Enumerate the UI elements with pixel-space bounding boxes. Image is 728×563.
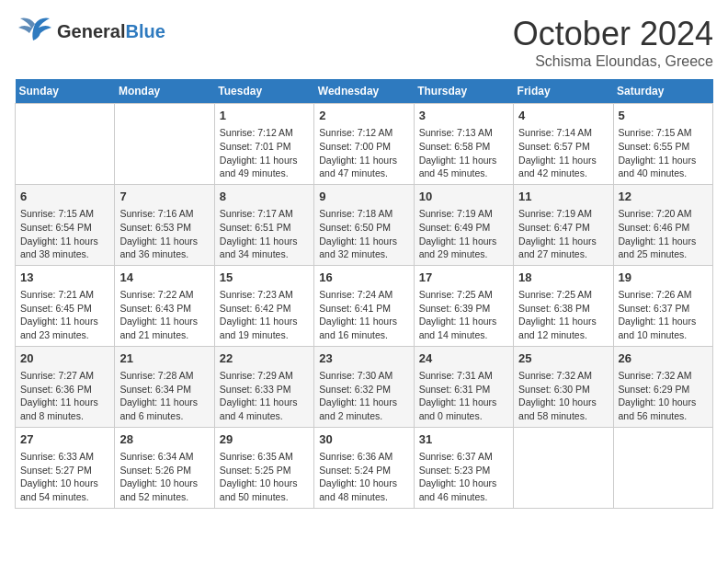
day-number: 22: [220, 350, 309, 367]
day-info: Sunrise: 7:32 AMSunset: 6:30 PMDaylight:…: [518, 369, 608, 423]
day-number: 16: [319, 270, 408, 286]
calendar-day-cell: 19Sunrise: 7:26 AMSunset: 6:37 PMDayligh…: [613, 265, 712, 346]
day-info: Sunrise: 7:23 AMSunset: 6:42 PMDaylight:…: [220, 288, 309, 342]
day-info: Sunrise: 7:14 AMSunset: 6:57 PMDaylight:…: [518, 126, 608, 180]
day-info: Sunrise: 7:17 AMSunset: 6:51 PMDaylight:…: [220, 207, 309, 261]
calendar-day-cell: [613, 427, 712, 508]
day-number: 23: [319, 350, 408, 367]
calendar-day-cell: 1Sunrise: 7:12 AMSunset: 7:01 PMDaylight…: [214, 104, 313, 185]
calendar-day-cell: 21Sunrise: 7:28 AMSunset: 6:34 PMDayligh…: [115, 346, 214, 427]
calendar-day-cell: 30Sunrise: 6:36 AMSunset: 5:24 PMDayligh…: [314, 427, 414, 508]
weekday-header-monday: Monday: [115, 79, 214, 104]
day-number: 9: [319, 189, 408, 205]
calendar-day-cell: 22Sunrise: 7:29 AMSunset: 6:33 PMDayligh…: [214, 346, 313, 427]
calendar-day-cell: 9Sunrise: 7:18 AMSunset: 6:50 PMDaylight…: [314, 184, 414, 265]
calendar-day-cell: 10Sunrise: 7:19 AMSunset: 6:49 PMDayligh…: [414, 184, 513, 265]
calendar-day-cell: 28Sunrise: 6:34 AMSunset: 5:26 PMDayligh…: [115, 427, 214, 508]
calendar-week-row: 1Sunrise: 7:12 AMSunset: 7:01 PMDaylight…: [16, 104, 713, 185]
calendar-day-cell: 27Sunrise: 6:33 AMSunset: 5:27 PMDayligh…: [16, 427, 115, 508]
day-number: 20: [20, 350, 109, 367]
calendar-day-cell: 18Sunrise: 7:25 AMSunset: 6:38 PMDayligh…: [514, 265, 613, 346]
calendar-day-cell: 31Sunrise: 6:37 AMSunset: 5:23 PMDayligh…: [414, 427, 513, 508]
calendar-day-cell: 6Sunrise: 7:15 AMSunset: 6:54 PMDaylight…: [16, 184, 115, 265]
day-number: 19: [619, 270, 708, 286]
calendar-day-cell: 3Sunrise: 7:13 AMSunset: 6:58 PMDaylight…: [414, 104, 513, 185]
calendar-day-cell: 26Sunrise: 7:32 AMSunset: 6:29 PMDayligh…: [613, 346, 712, 427]
day-number: 2: [319, 108, 408, 124]
calendar-week-row: 13Sunrise: 7:21 AMSunset: 6:45 PMDayligh…: [16, 265, 713, 346]
day-info: Sunrise: 7:31 AMSunset: 6:31 PMDaylight:…: [419, 369, 508, 423]
calendar-day-cell: 13Sunrise: 7:21 AMSunset: 6:45 PMDayligh…: [16, 265, 115, 346]
day-number: 21: [119, 350, 209, 367]
day-number: 26: [619, 350, 708, 367]
calendar-day-cell: 12Sunrise: 7:20 AMSunset: 6:46 PMDayligh…: [613, 184, 712, 265]
calendar-day-cell: 11Sunrise: 7:19 AMSunset: 6:47 PMDayligh…: [514, 184, 613, 265]
calendar-day-cell: [514, 427, 613, 508]
day-info: Sunrise: 6:34 AMSunset: 5:26 PMDaylight:…: [119, 450, 209, 504]
day-info: Sunrise: 7:12 AMSunset: 7:01 PMDaylight:…: [220, 126, 309, 180]
day-info: Sunrise: 7:21 AMSunset: 6:45 PMDaylight:…: [20, 288, 109, 342]
weekday-header-sunday: Sunday: [16, 79, 115, 104]
day-info: Sunrise: 7:26 AMSunset: 6:37 PMDaylight:…: [619, 288, 708, 342]
day-info: Sunrise: 6:36 AMSunset: 5:24 PMDaylight:…: [319, 450, 408, 504]
day-number: 29: [220, 431, 309, 448]
day-info: Sunrise: 7:28 AMSunset: 6:34 PMDaylight:…: [119, 369, 209, 423]
day-number: 28: [119, 431, 209, 448]
title-block: October 2024 Schisma Eloundas, Greece: [513, 15, 713, 70]
day-info: Sunrise: 7:15 AMSunset: 6:55 PMDaylight:…: [619, 126, 708, 180]
day-number: 15: [220, 270, 309, 286]
calendar-day-cell: 17Sunrise: 7:25 AMSunset: 6:39 PMDayligh…: [414, 265, 513, 346]
day-number: 30: [319, 431, 408, 448]
day-number: 6: [20, 189, 109, 205]
day-number: 11: [518, 189, 608, 205]
calendar-day-cell: 25Sunrise: 7:32 AMSunset: 6:30 PMDayligh…: [514, 346, 613, 427]
weekday-header-thursday: Thursday: [414, 79, 513, 104]
day-number: 8: [220, 189, 309, 205]
calendar-day-cell: 8Sunrise: 7:17 AMSunset: 6:51 PMDaylight…: [214, 184, 313, 265]
weekday-header-tuesday: Tuesday: [214, 79, 313, 104]
day-number: 12: [619, 189, 708, 205]
day-number: 4: [518, 108, 608, 124]
calendar-day-cell: [16, 104, 115, 185]
calendar-day-cell: 23Sunrise: 7:30 AMSunset: 6:32 PMDayligh…: [314, 346, 414, 427]
day-info: Sunrise: 6:37 AMSunset: 5:23 PMDaylight:…: [419, 450, 508, 504]
day-info: Sunrise: 7:19 AMSunset: 6:49 PMDaylight:…: [419, 207, 508, 261]
day-info: Sunrise: 7:20 AMSunset: 6:46 PMDaylight:…: [619, 207, 708, 261]
calendar-day-cell: 14Sunrise: 7:22 AMSunset: 6:43 PMDayligh…: [115, 265, 214, 346]
calendar-day-cell: [115, 104, 214, 185]
logo: GeneralBlue: [15, 15, 165, 48]
day-number: 7: [119, 189, 209, 205]
day-number: 25: [518, 350, 608, 367]
day-number: 1: [220, 108, 309, 124]
day-number: 5: [619, 108, 708, 124]
day-info: Sunrise: 7:18 AMSunset: 6:50 PMDaylight:…: [319, 207, 408, 261]
day-info: Sunrise: 7:30 AMSunset: 6:32 PMDaylight:…: [319, 369, 408, 423]
calendar-day-cell: 29Sunrise: 6:35 AMSunset: 5:25 PMDayligh…: [214, 427, 313, 508]
day-info: Sunrise: 7:13 AMSunset: 6:58 PMDaylight:…: [419, 126, 508, 180]
calendar-day-cell: 20Sunrise: 7:27 AMSunset: 6:36 PMDayligh…: [16, 346, 115, 427]
day-number: 14: [119, 270, 209, 286]
weekday-header-row: SundayMondayTuesdayWednesdayThursdayFrid…: [16, 79, 713, 104]
day-number: 27: [20, 431, 109, 448]
weekday-header-wednesday: Wednesday: [314, 79, 414, 104]
location-title: Schisma Eloundas, Greece: [513, 53, 713, 70]
day-info: Sunrise: 7:22 AMSunset: 6:43 PMDaylight:…: [119, 288, 209, 342]
day-number: 17: [419, 270, 508, 286]
day-info: Sunrise: 6:33 AMSunset: 5:27 PMDaylight:…: [20, 450, 109, 504]
calendar-day-cell: 24Sunrise: 7:31 AMSunset: 6:31 PMDayligh…: [414, 346, 513, 427]
logo-bird-icon: [15, 15, 55, 48]
month-title: October 2024: [513, 15, 713, 53]
day-info: Sunrise: 7:19 AMSunset: 6:47 PMDaylight:…: [518, 207, 608, 261]
day-info: Sunrise: 7:15 AMSunset: 6:54 PMDaylight:…: [20, 207, 109, 261]
day-info: Sunrise: 7:25 AMSunset: 6:39 PMDaylight:…: [419, 288, 508, 342]
day-info: Sunrise: 6:35 AMSunset: 5:25 PMDaylight:…: [220, 450, 309, 504]
calendar-day-cell: 16Sunrise: 7:24 AMSunset: 6:41 PMDayligh…: [314, 265, 414, 346]
calendar-table: SundayMondayTuesdayWednesdayThursdayFrid…: [15, 79, 713, 509]
day-number: 24: [419, 350, 508, 367]
day-info: Sunrise: 7:29 AMSunset: 6:33 PMDaylight:…: [220, 369, 309, 423]
weekday-header-saturday: Saturday: [613, 79, 712, 104]
weekday-header-friday: Friday: [514, 79, 613, 104]
calendar-week-row: 20Sunrise: 7:27 AMSunset: 6:36 PMDayligh…: [16, 346, 713, 427]
day-info: Sunrise: 7:27 AMSunset: 6:36 PMDaylight:…: [20, 369, 109, 423]
day-info: Sunrise: 7:24 AMSunset: 6:41 PMDaylight:…: [319, 288, 408, 342]
